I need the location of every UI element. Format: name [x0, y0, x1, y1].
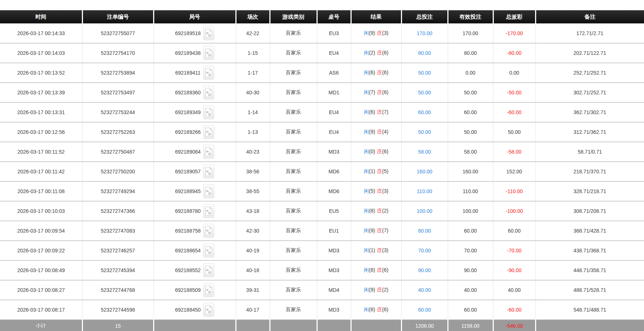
round-id-text: 692189518 — [175, 30, 201, 36]
cell-round-id: 692189438 — [154, 43, 236, 63]
result-banker-value: (3) — [382, 188, 389, 194]
cell-result: 闲(1)庄(5) — [351, 162, 401, 181]
cell-total-bet: 60.00 — [401, 102, 448, 122]
table-row: 2026-03-17 00:10:03 523272747366 6921887… — [0, 201, 644, 221]
result-player-value: (9) — [369, 129, 375, 135]
cell-bet-id: 523272747083 — [82, 221, 154, 241]
video-replay-button[interactable] — [203, 184, 214, 198]
cell-table-id: AS6 — [317, 63, 351, 83]
cell-game-type: 百家乐 — [270, 102, 317, 122]
video-replay-button[interactable] — [203, 46, 214, 60]
cell-session: 43-18 — [236, 201, 270, 221]
cell-time: 2026-03-17 00:08:17 — [0, 300, 82, 320]
result-banker-label: 庄 — [377, 267, 382, 273]
video-replay-button[interactable] — [203, 26, 214, 40]
video-replay-button[interactable] — [203, 224, 214, 238]
cell-session: 42-30 — [236, 221, 270, 241]
video-replay-button[interactable] — [203, 303, 214, 317]
video-file-icon — [205, 246, 212, 255]
video-replay-button[interactable] — [203, 165, 214, 178]
video-replay-button[interactable] — [203, 66, 214, 80]
video-replay-button[interactable] — [203, 145, 214, 159]
cell-table-id: EU4 — [317, 43, 351, 63]
result-player-label: 闲 — [364, 287, 369, 293]
cell-remark: 488.71/528.71 — [535, 280, 644, 300]
result-player-label: 闲 — [364, 89, 369, 95]
result-banker-value: (6) — [382, 69, 389, 75]
result-banker-value: (6) — [382, 89, 389, 95]
video-replay-button[interactable] — [203, 204, 214, 218]
col-header-valid-bet: 有效投注 — [448, 10, 493, 23]
subtotal-payout: -546.00 — [493, 320, 535, 331]
cell-round-id: 692188780 — [154, 201, 236, 221]
cell-valid-bet: 50.00 — [448, 83, 493, 102]
video-file-icon — [205, 285, 212, 295]
cell-session: 39-31 — [236, 280, 270, 300]
cell-round-id: 692189084 — [154, 142, 236, 162]
cell-total-bet: 100.00 — [401, 201, 448, 221]
cell-valid-bet: 80.00 — [448, 43, 493, 63]
cell-time: 2026-03-17 00:08:49 — [0, 260, 82, 280]
cell-bet-id: 523272745394 — [82, 260, 154, 280]
cell-remark: 58.71/0.71 — [535, 142, 644, 162]
result-player-value: (2) — [369, 50, 375, 56]
cell-bet-id: 523272744598 — [82, 300, 154, 320]
cell-result: 闲(6)庄(6) — [351, 63, 401, 83]
cell-bet-id: 523272747366 — [82, 201, 154, 221]
result-banker-label: 庄 — [377, 129, 382, 135]
table-row: 2026-03-17 00:12:56 523272752263 6921892… — [0, 122, 644, 142]
result-banker-label: 庄 — [377, 287, 382, 293]
result-player-value: (9) — [369, 287, 375, 293]
cell-time: 2026-03-17 00:14:33 — [0, 23, 82, 43]
cell-payout: -80.00 — [493, 43, 535, 63]
cell-total-bet: 40.00 — [401, 280, 448, 300]
cell-valid-bet: 40.00 — [448, 280, 493, 300]
col-header-bet-id: 注单编号 — [82, 10, 154, 23]
video-replay-button[interactable] — [203, 86, 214, 99]
cell-total-bet: 58.00 — [401, 142, 448, 162]
result-player-label: 闲 — [364, 306, 369, 312]
col-header-game-type: 游戏类别 — [270, 10, 317, 23]
round-id-text: 692188945 — [175, 188, 201, 194]
table-header: 时间 注单编号 局号 场次 游戏类别 桌号 结果 总投注 有效投注 总派彩 备注 — [0, 10, 644, 23]
cell-session: 42-22 — [236, 23, 270, 43]
cell-valid-bet: 60.00 — [448, 102, 493, 122]
table-row: 2026-03-17 00:13:52 523272753894 6921894… — [0, 63, 644, 83]
cell-session: 1-15 — [236, 43, 270, 63]
result-player-value: (9) — [369, 30, 375, 36]
result-banker-label: 庄 — [377, 89, 382, 95]
cell-round-id: 692188654 — [154, 241, 236, 260]
video-file-icon — [205, 88, 212, 97]
cell-result: 闲(6)庄(7) — [351, 102, 401, 122]
cell-table-id: EU5 — [317, 201, 351, 221]
subtotal-empty-round — [154, 320, 236, 331]
cell-table-id: MD4 — [317, 280, 351, 300]
video-replay-button[interactable] — [203, 263, 214, 277]
cell-remark: 438.71/368.71 — [535, 241, 644, 260]
video-file-icon — [205, 48, 212, 58]
video-replay-button[interactable] — [203, 283, 214, 297]
subtotal-empty-result — [351, 320, 401, 331]
result-banker-value: (6) — [382, 50, 389, 56]
video-file-icon — [205, 29, 212, 38]
result-player-label: 闲 — [364, 69, 369, 75]
result-banker-value: (6) — [382, 306, 389, 312]
cell-session: 38-56 — [236, 162, 270, 181]
result-player-value: (8) — [369, 267, 375, 273]
cell-total-bet: 50.00 — [401, 83, 448, 102]
cell-result: 闲(5)庄(3) — [351, 181, 401, 201]
result-banker-label: 庄 — [377, 227, 382, 233]
cell-remark: 362.71/302.71 — [535, 102, 644, 122]
result-banker-label: 庄 — [377, 69, 382, 75]
result-player-label: 闲 — [364, 30, 369, 36]
cell-total-bet: 90.00 — [401, 260, 448, 280]
cell-payout: -60.00 — [493, 102, 535, 122]
video-replay-button[interactable] — [203, 244, 214, 257]
cell-session: 40-23 — [236, 142, 270, 162]
video-replay-button[interactable] — [203, 125, 214, 139]
cell-remark: 368.71/428.71 — [535, 221, 644, 241]
video-file-icon — [205, 305, 212, 315]
cell-game-type: 百家乐 — [270, 201, 317, 221]
result-banker-value: (7) — [382, 227, 389, 233]
video-replay-button[interactable] — [203, 105, 214, 119]
